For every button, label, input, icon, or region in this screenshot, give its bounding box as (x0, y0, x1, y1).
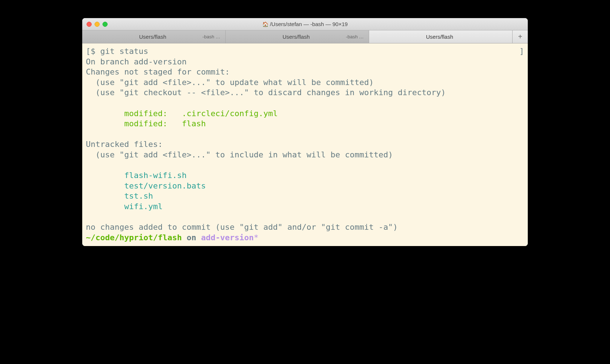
tab-1[interactable]: Users/flash -bash … (82, 30, 226, 43)
output-line: (use "git add <file>..." to update what … (86, 78, 374, 87)
window-title-text: /Users/stefan — -bash — 90×19 (270, 21, 348, 27)
tab-title: Users/flash (283, 34, 310, 40)
tab-3[interactable]: Users/flash (369, 30, 513, 43)
tab-subtitle: -bash … (346, 34, 364, 39)
output-line: (use "git checkout -- <file>..." to disc… (86, 88, 446, 97)
tab-title: Users/flash (426, 34, 453, 40)
plus-icon: + (518, 33, 522, 41)
tabbar: Users/flash -bash … Users/flash -bash … … (82, 30, 528, 43)
tab-title: Users/flash (139, 34, 166, 40)
prompt-on: on (182, 233, 201, 242)
titlebar[interactable]: 🏠 /Users/stefan — -bash — 90×19 (82, 18, 528, 30)
modified-file: .circleci/config.yml (182, 109, 278, 118)
traffic-lights (82, 22, 108, 27)
prompt-cwd: ~/code/hypriot/flash (86, 233, 182, 242)
untracked-file: tst.sh (86, 191, 153, 200)
home-icon: 🏠 (262, 21, 268, 27)
untracked-file: flash-wifi.sh (86, 171, 187, 180)
prompt-dirty: * (254, 233, 259, 242)
prompt-branch: add-version (201, 233, 254, 242)
minimize-icon[interactable] (95, 22, 100, 27)
modified-file: flash (182, 119, 206, 128)
output-line: (use "git add <file>..." to include in w… (86, 150, 393, 159)
terminal-content[interactable]: [$ git status] On branch add-version Cha… (82, 43, 528, 246)
output-line: Changes not staged for commit: (86, 67, 230, 76)
untracked-file: wifi.yml (86, 202, 163, 211)
new-tab-button[interactable]: + (513, 30, 528, 43)
prompt-symbol: $ (91, 47, 100, 56)
close-icon[interactable] (87, 22, 92, 27)
command-text: git status (100, 47, 148, 56)
zoom-icon[interactable] (103, 22, 108, 27)
tab-2[interactable]: Users/flash -bash … (226, 30, 369, 43)
tab-subtitle: -bash … (202, 34, 220, 39)
bracket-open: [ (86, 47, 91, 56)
terminal-window: 🏠 /Users/stefan — -bash — 90×19 Users/fl… (82, 18, 528, 246)
bracket-close: ] (519, 46, 524, 57)
output-line: On branch add-version (86, 57, 187, 66)
output-line: no changes added to commit (use "git add… (86, 223, 398, 232)
modified-label: modified: (86, 109, 182, 118)
modified-label: modified: (86, 119, 182, 128)
untracked-file: test/version.bats (86, 181, 206, 190)
window-title: 🏠 /Users/stefan — -bash — 90×19 (82, 21, 528, 27)
output-line: Untracked files: (86, 140, 163, 149)
